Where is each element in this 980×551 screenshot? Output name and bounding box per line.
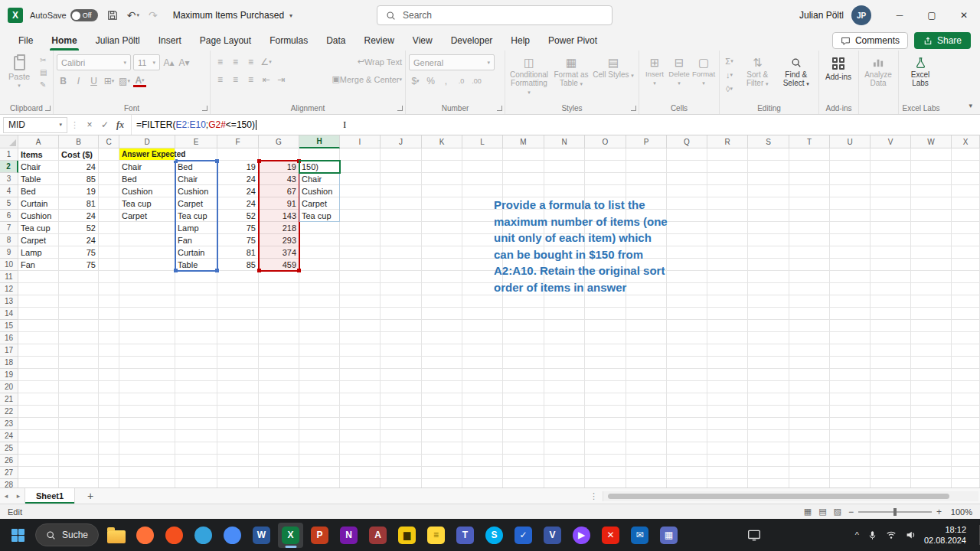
cell-U9[interactable] <box>830 246 871 259</box>
format-as-table-button[interactable]: ▦ Format as Table ▾ <box>550 54 592 103</box>
cell-O20[interactable] <box>585 381 626 393</box>
cell-U17[interactable] <box>830 344 871 357</box>
cell-U27[interactable] <box>830 467 871 479</box>
cell-S12[interactable] <box>748 283 789 295</box>
ribbon-tab-developer[interactable]: Developer <box>442 31 502 51</box>
cell-A4[interactable]: Bed <box>18 185 59 197</box>
cell-L6[interactable] <box>462 210 503 222</box>
ribbon-tab-page-layout[interactable]: Page Layout <box>191 31 260 51</box>
cell-B17[interactable] <box>59 344 99 357</box>
cell-A14[interactable] <box>18 308 59 320</box>
cell-J18[interactable] <box>381 357 422 369</box>
cell-E17[interactable] <box>175 344 217 357</box>
cell-A7[interactable]: Tea cup <box>18 222 59 234</box>
cell-M14[interactable] <box>503 308 544 320</box>
cell-T20[interactable] <box>789 381 830 393</box>
cell-R28[interactable] <box>707 479 748 487</box>
cell-W1[interactable] <box>911 148 952 161</box>
cell-V13[interactable] <box>871 295 911 308</box>
cell-W7[interactable] <box>911 222 952 234</box>
cell-C14[interactable] <box>99 308 119 320</box>
cell-K25[interactable] <box>422 442 462 455</box>
cell-D20[interactable] <box>119 381 175 393</box>
cell-V22[interactable] <box>871 406 911 418</box>
wrap-text-button[interactable]: ↩ Wrap Text <box>358 54 402 69</box>
cell-N6[interactable] <box>544 210 585 222</box>
cell-Q12[interactable] <box>667 283 707 295</box>
cell-N18[interactable] <box>544 357 585 369</box>
cell-A1[interactable]: Items <box>18 148 59 161</box>
cell-R2[interactable] <box>707 161 748 173</box>
cell-D4[interactable]: Cushion <box>119 185 175 197</box>
cell-S10[interactable] <box>748 259 789 271</box>
cell-D24[interactable] <box>119 430 175 442</box>
cell-L28[interactable] <box>462 479 503 487</box>
cell-X6[interactable] <box>952 210 980 222</box>
cell-E28[interactable] <box>175 479 217 487</box>
cell-B14[interactable] <box>59 308 99 320</box>
cell-N20[interactable] <box>544 381 585 393</box>
cell-J15[interactable] <box>381 320 422 332</box>
row-header-23[interactable]: 23 <box>0 418 18 430</box>
cell-B7[interactable]: 52 <box>59 222 99 234</box>
cell-U3[interactable] <box>830 173 871 185</box>
column-header-C[interactable]: C <box>99 135 119 148</box>
cell-H24[interactable] <box>299 430 340 442</box>
cell-S14[interactable] <box>748 308 789 320</box>
cell-A3[interactable]: Table <box>18 173 59 185</box>
cell-I10[interactable] <box>340 259 381 271</box>
cell-F26[interactable] <box>217 455 259 467</box>
cell-F13[interactable] <box>217 295 259 308</box>
cell-B9[interactable]: 75 <box>59 246 99 259</box>
cell-H21[interactable] <box>299 393 340 406</box>
cell-O15[interactable] <box>585 320 626 332</box>
cell-H1[interactable] <box>299 148 340 161</box>
cell-F15[interactable] <box>217 320 259 332</box>
cell-D7[interactable] <box>119 222 175 234</box>
visio-icon[interactable]: V <box>540 523 565 548</box>
cell-O9[interactable] <box>585 246 626 259</box>
align-top-icon[interactable]: ≡ <box>214 54 227 69</box>
cell-N26[interactable] <box>544 455 585 467</box>
row-header-3[interactable]: 3 <box>0 173 18 185</box>
cell-S18[interactable] <box>748 357 789 369</box>
cell-M15[interactable] <box>503 320 544 332</box>
cell-R26[interactable] <box>707 455 748 467</box>
row-header-25[interactable]: 25 <box>0 442 18 455</box>
cell-F19[interactable] <box>217 369 259 381</box>
cell-S8[interactable] <box>748 234 789 246</box>
cell-X11[interactable] <box>952 271 980 283</box>
cell-D2[interactable]: Chair <box>119 161 175 173</box>
cell-K11[interactable] <box>422 271 462 283</box>
cell-T6[interactable] <box>789 210 830 222</box>
cell-U1[interactable] <box>830 148 871 161</box>
column-header-P[interactable]: P <box>626 135 667 148</box>
cell-N23[interactable] <box>544 418 585 430</box>
cell-P7[interactable] <box>626 222 667 234</box>
cell-R11[interactable] <box>707 271 748 283</box>
cell-T19[interactable] <box>789 369 830 381</box>
cell-M19[interactable] <box>503 369 544 381</box>
cell-G6[interactable]: 143 <box>259 210 299 222</box>
cell-D12[interactable] <box>119 283 175 295</box>
cell-V8[interactable] <box>871 234 911 246</box>
cell-L13[interactable] <box>462 295 503 308</box>
cell-W8[interactable] <box>911 234 952 246</box>
cell-F9[interactable]: 81 <box>217 246 259 259</box>
access-icon[interactable]: A <box>365 523 390 548</box>
ribbon-tab-insert[interactable]: Insert <box>149 31 191 51</box>
row-header-28[interactable]: 28 <box>0 479 18 487</box>
cell-D8[interactable] <box>119 234 175 246</box>
cell-J16[interactable] <box>381 332 422 344</box>
cell-K6[interactable] <box>422 210 462 222</box>
cell-U6[interactable] <box>830 210 871 222</box>
cell-W13[interactable] <box>911 295 952 308</box>
cell-D9[interactable] <box>119 246 175 259</box>
cell-J14[interactable] <box>381 308 422 320</box>
cell-H23[interactable] <box>299 418 340 430</box>
cell-R16[interactable] <box>707 332 748 344</box>
cell-T27[interactable] <box>789 467 830 479</box>
cell-U11[interactable] <box>830 271 871 283</box>
cell-F27[interactable] <box>217 467 259 479</box>
cell-I3[interactable] <box>340 173 381 185</box>
